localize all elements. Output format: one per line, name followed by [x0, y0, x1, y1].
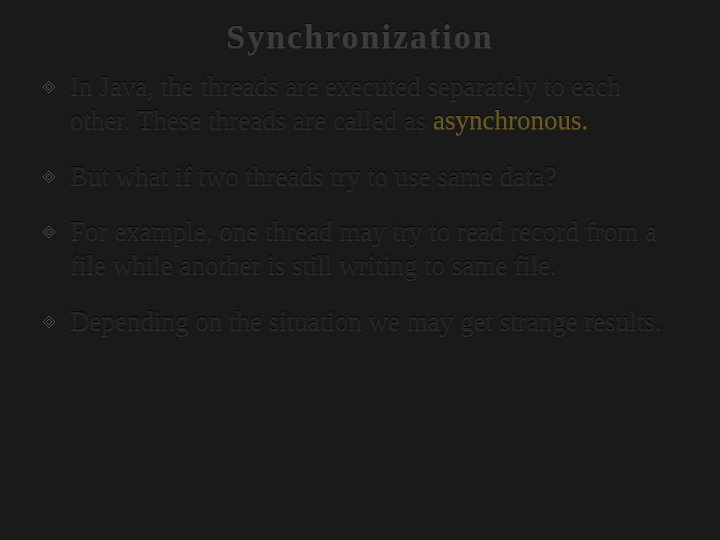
list-item: For example, one thread may try to read …: [42, 215, 678, 283]
bullet-text-emph: asynchronous.: [433, 105, 588, 135]
bullet-text-pre: Depending on the situation we may get st…: [70, 306, 662, 336]
list-item: In Java, the threads are executed separa…: [42, 70, 678, 138]
bullet-list: In Java, the threads are executed separa…: [42, 70, 678, 339]
bullet-text-pre: But what if two threads try to use same …: [70, 161, 557, 191]
diamond-bullet-icon: [42, 315, 56, 329]
bullet-text-pre: For example, one thread may try to read …: [70, 216, 657, 280]
diamond-bullet-icon: [42, 225, 56, 239]
diamond-bullet-icon: [42, 80, 56, 94]
slide: Synchronization In Java, the threads are…: [0, 0, 720, 540]
list-item: But what if two threads try to use same …: [42, 160, 678, 194]
list-item: Depending on the situation we may get st…: [42, 305, 678, 339]
slide-title: Synchronization: [42, 18, 678, 56]
diamond-bullet-icon: [42, 170, 56, 184]
